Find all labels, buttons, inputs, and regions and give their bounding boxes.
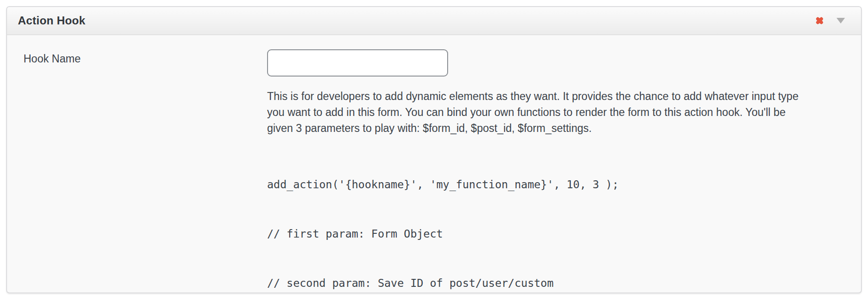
panel-title: Action Hook <box>18 14 86 27</box>
triangle-down-icon[interactable] <box>836 17 845 24</box>
panel-header: Action Hook <box>7 7 861 35</box>
action-hook-panel: Action Hook Hook Name <box>6 6 862 293</box>
close-x-icon[interactable] <box>815 16 824 25</box>
header-actions <box>815 16 845 25</box>
screen: Action Hook Hook Name <box>0 0 868 300</box>
hook-name-label: Hook Name <box>24 49 267 300</box>
hook-name-control: This is for developers to add dynamic el… <box>267 49 844 300</box>
code-line: // first param: Form Object <box>267 226 844 242</box>
triangle-down-shape <box>836 18 845 23</box>
hook-name-input[interactable] <box>267 49 448 77</box>
code-line: add_action('{hookname}', 'my_function_na… <box>267 177 844 193</box>
panel-body: Hook Name This is for developers to add … <box>7 35 861 300</box>
code-line: // second param: Save ID of post/user/cu… <box>267 275 844 292</box>
code-example-block: add_action('{hookname}', 'my_function_na… <box>267 144 844 300</box>
hook-description-text: This is for developers to add dynamic el… <box>267 88 813 136</box>
